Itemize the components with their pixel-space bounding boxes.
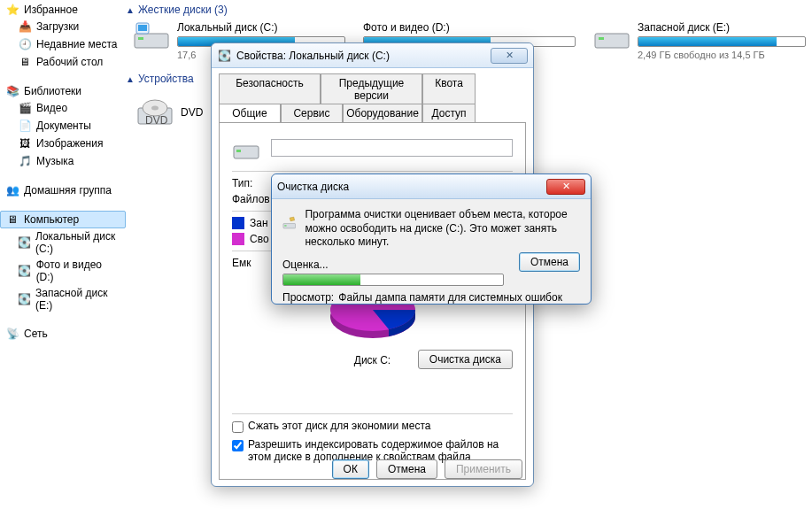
free-color-icon	[232, 233, 244, 245]
document-icon: 📄	[18, 119, 32, 133]
tabs-row-1: Безопасность Предыдущие версии Квота	[219, 73, 526, 104]
tab-previous-versions[interactable]: Предыдущие версии	[321, 73, 422, 104]
ok-button[interactable]: ОК	[332, 459, 369, 479]
navigation-sidebar: ⭐ Избранное 📥Загрузки 🕘Недавние места 🖥Р…	[0, 0, 126, 509]
sidebar-label: Избранное	[24, 4, 78, 16]
recent-icon: 🕘	[18, 37, 32, 51]
drive-icon: 💽	[18, 264, 32, 278]
drive-name: Фото и видео (D:)	[363, 21, 576, 34]
dialog-buttons: ОК Отмена Применить	[332, 459, 522, 479]
disk-cleanup-button[interactable]: Очистка диска	[418, 350, 513, 369]
cleanup-cancel-button[interactable]: Отмена	[519, 252, 580, 272]
svg-rect-5	[599, 37, 604, 40]
collapse-arrow-icon: ▲	[126, 5, 135, 15]
sidebar-item-videos[interactable]: 🎬Видео	[0, 99, 126, 117]
tab-hardware[interactable]: Оборудование	[343, 104, 422, 122]
hdd-icon	[133, 21, 170, 51]
tab-security[interactable]: Безопасность	[219, 73, 321, 104]
homegroup-icon: 👥	[5, 183, 19, 197]
computer-icon: 🖥	[5, 212, 19, 227]
sidebar-item-drive-d[interactable]: 💽Фото и видео (D:)	[0, 257, 126, 285]
sidebar-network[interactable]: 📡 Сеть	[0, 326, 126, 342]
hdd-icon	[593, 21, 630, 51]
network-icon: 📡	[5, 327, 19, 341]
drive-icon: 💽	[18, 235, 31, 250]
drive-icon: 💽	[18, 292, 31, 306]
sidebar-item-drive-e[interactable]: 💽Запасной диск (E:)	[0, 285, 126, 313]
drive-large-icon	[232, 134, 260, 162]
svg-rect-1	[138, 37, 143, 40]
dialog-titlebar[interactable]: 💽 Свойства: Локальный диск (C:) ✕	[212, 43, 533, 68]
apply-button[interactable]: Применить	[445, 459, 522, 479]
free-label: Сво	[250, 233, 269, 245]
tab-sharing[interactable]: Доступ	[422, 104, 476, 122]
svg-text:DVD: DVD	[145, 114, 168, 127]
used-color-icon	[232, 217, 244, 229]
sidebar-homegroup[interactable]: 👥 Домашняя группа	[0, 182, 126, 198]
sidebar-favorites[interactable]: ⭐ Избранное	[0, 2, 126, 18]
cleanup-text: Программа очистки оценивает объем места,…	[305, 208, 580, 250]
compress-checkbox-row[interactable]: Сжать этот диск для экономии места	[232, 420, 513, 433]
svg-rect-4	[595, 34, 629, 48]
progress-bar	[282, 274, 504, 286]
compress-checkbox[interactable]	[232, 421, 244, 433]
disk-cleanup-dialog: Очистка диска ✕ Программа очистки оценив…	[271, 174, 592, 305]
drive-e[interactable]: Запасной диск (E:) 2,49 ГБ свободно из 1…	[593, 21, 806, 60]
downloads-icon: 📥	[18, 19, 32, 34]
cleanup-icon	[282, 208, 296, 238]
drive-name: Локальный диск (C:)	[177, 21, 345, 34]
dialog-title: Свойства: Локальный диск (C:)	[236, 50, 485, 62]
star-icon: ⭐	[5, 3, 19, 17]
libraries-icon: 📚	[5, 84, 19, 98]
index-checkbox[interactable]	[232, 440, 244, 451]
scan-label: Просмотр:	[282, 291, 336, 304]
svg-point-8	[151, 106, 159, 111]
sidebar-item-drive-c[interactable]: 💽Локальный диск (C:)	[0, 228, 126, 257]
desktop-icon: 🖥	[18, 55, 32, 69]
group-hard-disks[interactable]: ▲ Жесткие диски (3)	[126, 0, 812, 21]
tab-general[interactable]: Общие	[219, 104, 281, 122]
sidebar-item-pictures[interactable]: 🖼Изображения	[0, 135, 126, 152]
dvd-label: DVD	[181, 106, 203, 119]
tabs-row-2: Общие Сервис Оборудование Доступ	[219, 104, 526, 122]
sidebar-item-documents[interactable]: 📄Документы	[0, 117, 126, 135]
cleanup-titlebar[interactable]: Очистка диска ✕	[272, 174, 591, 199]
sidebar-computer[interactable]: 🖥 Компьютер	[0, 211, 126, 228]
svg-rect-0	[135, 34, 168, 48]
dvd-icon: DVD	[136, 97, 174, 127]
svg-rect-15	[284, 225, 286, 226]
close-button[interactable]: ✕	[546, 179, 585, 195]
drive-name-input[interactable]	[271, 139, 513, 157]
cancel-button[interactable]: Отмена	[376, 459, 437, 479]
svg-rect-3	[138, 25, 147, 31]
close-button[interactable]: ✕	[491, 48, 528, 64]
sidebar-item-recent[interactable]: 🕘Недавние места	[0, 35, 126, 53]
video-icon: 🎬	[18, 101, 32, 115]
used-label: Зан	[250, 217, 268, 229]
sidebar-item-downloads[interactable]: 📥Загрузки	[0, 18, 126, 35]
svg-rect-11	[236, 150, 241, 152]
drive-name: Запасной диск (E:)	[638, 21, 806, 34]
picture-icon: 🖼	[18, 136, 32, 150]
sidebar-libraries[interactable]: 📚 Библиотеки	[0, 83, 126, 99]
collapse-arrow-icon: ▲	[126, 74, 135, 84]
sidebar-item-music[interactable]: 🎵Музыка	[0, 152, 126, 170]
tab-quota[interactable]: Квота	[422, 73, 476, 104]
music-icon: 🎵	[18, 154, 32, 168]
drive-usage-bar	[638, 36, 806, 47]
drive-icon: 💽	[217, 49, 231, 63]
cleanup-title: Очистка диска	[277, 181, 541, 193]
drive-sub: 2,49 ГБ свободно из 14,5 ГБ	[638, 50, 806, 60]
scan-value: Файлы дампа памяти для системных ошибок	[338, 291, 562, 304]
sidebar-item-desktop[interactable]: 🖥Рабочий стол	[0, 53, 126, 71]
tab-tools[interactable]: Сервис	[281, 104, 343, 122]
